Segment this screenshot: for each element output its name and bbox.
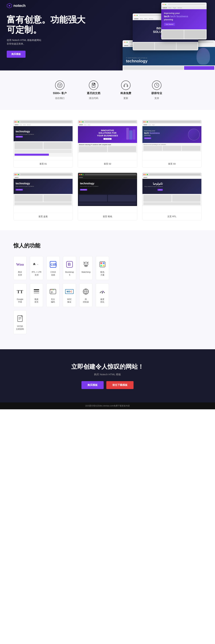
svg-text:↔: ↔ bbox=[37, 263, 39, 266]
smile-icon bbox=[55, 80, 65, 90]
w3c-icon: W3 C bbox=[65, 287, 74, 296]
feature-w3c[interactable]: W3 C W3C验证 bbox=[63, 283, 76, 307]
stat-customers: 5500+ 客户 信任我们 bbox=[53, 80, 67, 100]
browser3-line1: IT SOFTWARE SOLUTION & bbox=[126, 57, 147, 59]
mailchimp-icon bbox=[81, 260, 91, 269]
svg-text:3: 3 bbox=[54, 263, 55, 265]
headphones-icon bbox=[121, 80, 130, 90]
docs-icon bbox=[15, 314, 25, 323]
feature-w3c-label: W3C验证 bbox=[67, 298, 72, 304]
css3-icon: CSS 3 bbox=[48, 260, 58, 269]
browser1-tagline: Improving your tech tech business planni… bbox=[164, 12, 204, 21]
palette-icon bbox=[98, 260, 107, 269]
template-preview-6: notech تکنولوجیا Easy solutions for your… bbox=[142, 173, 201, 213]
svg-text:TT: TT bbox=[17, 289, 23, 294]
feature-google-font-label: Google字体 bbox=[17, 298, 23, 304]
feature-css3-label: CSS3动画 bbox=[51, 271, 56, 276]
feature-palette[interactable]: 配色方案 bbox=[96, 256, 109, 280]
brand-logo[interactable]: notech bbox=[7, 3, 26, 8]
stat-docs-number: 逐尽的文档 bbox=[87, 92, 100, 95]
template-preview-3: notech Home Pages Improving your tech bu… bbox=[142, 120, 201, 160]
stat-updates-number: 终身免费 bbox=[120, 92, 131, 95]
features-title: 惊人的功能 bbox=[14, 242, 201, 250]
template-card-6[interactable]: notech تکنولوجیا Easy solutions for your… bbox=[142, 172, 201, 220]
footer-bar: 访问爱问母社区bbs.xieniao.com免费下载更多内容 bbox=[0, 402, 215, 409]
features-row-3: 详尽的文档资料 bbox=[14, 310, 201, 334]
hero-section: notech 富有创意。功能强大可定制。 使用 Notech HTML 模板构建… bbox=[0, 0, 215, 70]
feature-cross-browser[interactable]: 跨浏览器 bbox=[79, 283, 92, 307]
svg-rect-28 bbox=[100, 265, 102, 266]
feature-google-font[interactable]: TT Google字体 bbox=[14, 283, 27, 307]
svg-point-4 bbox=[60, 84, 61, 85]
feature-mailchimp-label: Mailchimp bbox=[81, 271, 91, 274]
stat-support-label: 支持 bbox=[154, 97, 159, 100]
hero-buy-button[interactable]: 购买模板 bbox=[7, 51, 26, 58]
feature-css3[interactable]: CSS 3 CSS3动画 bbox=[47, 256, 60, 280]
feature-coded-label: 充分编码 bbox=[51, 298, 55, 304]
feature-docs-label: 详尽的文档资料 bbox=[16, 325, 24, 331]
speed-icon bbox=[98, 287, 107, 296]
cta-download-button[interactable]: 前任下载模板 bbox=[106, 381, 134, 389]
google-font-icon: TT bbox=[15, 287, 25, 296]
templates-grid: notech Home About Services technology Ea… bbox=[14, 120, 201, 220]
svg-rect-27 bbox=[103, 262, 104, 264]
footer-text: 访问爱问母社区bbs.xieniao.com免费下载更多内容 bbox=[85, 404, 130, 407]
svg-text:CSS: CSS bbox=[51, 263, 57, 266]
template-card-1[interactable]: notech Home About Services technology Ea… bbox=[14, 120, 73, 168]
template-label-6: 主页 RTL bbox=[142, 213, 201, 220]
hero-subtitle: 使用 Notech HTML 模板构建网站 非常快速且简单。 bbox=[7, 38, 57, 46]
svg-point-37 bbox=[52, 290, 52, 290]
svg-point-45 bbox=[102, 292, 103, 294]
woo-icon: Woo bbox=[15, 260, 25, 269]
feature-woo-label: 商店支持 bbox=[18, 271, 22, 276]
svg-point-38 bbox=[53, 290, 54, 290]
feature-rtl-label: RTL + LTR支持 bbox=[32, 271, 41, 276]
template-label-3: 首页 03 bbox=[142, 160, 201, 168]
browser-mockup-1: notech Home Pages Services Improving you… bbox=[161, 2, 206, 40]
feature-bootstrap[interactable]: B Bootstrap5 bbox=[63, 256, 76, 280]
cta-buttons: 购买模板 前任下载模板 bbox=[7, 381, 208, 389]
feature-palette-label: 配色方案 bbox=[100, 271, 104, 276]
template-card-2[interactable]: notech Home About INNOVATIVESOLUTIONS FO… bbox=[78, 120, 137, 168]
clock-icon bbox=[152, 80, 161, 90]
feature-bootstrap-label: Bootstrap5 bbox=[65, 271, 74, 276]
template-label-5: 首页 暗色 bbox=[78, 213, 137, 220]
stat-customers-number: 5500+ 客户 bbox=[53, 92, 67, 95]
svg-point-36 bbox=[51, 290, 51, 290]
svg-rect-26 bbox=[100, 262, 102, 264]
cross-browser-icon bbox=[81, 287, 91, 296]
feature-docs[interactable]: 详尽的文档资料 bbox=[14, 310, 27, 334]
features-section: 惊人的功能 Woo 商店支持 A ↔ A RTL + LTR支持 bbox=[0, 230, 215, 349]
cta-buy-button[interactable]: 购买模板 bbox=[81, 381, 104, 389]
feature-coded[interactable]: 充分编码 bbox=[46, 283, 60, 307]
templates-section: notech Home About Services technology Ea… bbox=[0, 110, 215, 230]
svg-rect-29 bbox=[103, 265, 104, 266]
stat-updates-label: 更新 bbox=[123, 97, 128, 100]
svg-point-22 bbox=[85, 263, 86, 264]
svg-text:B: B bbox=[68, 262, 71, 266]
stat-support-number: 获得专业 bbox=[151, 92, 162, 95]
template-label-1: 首页 01 bbox=[14, 160, 73, 168]
feature-mailchimp[interactable]: Mailchimp bbox=[79, 256, 93, 280]
feature-woo[interactable]: Woo 商店支持 bbox=[14, 256, 27, 280]
cta-section: 立即创建令人惊叹的网站！ 购买 Notech HTML 模板 购买模板 前任下载… bbox=[0, 349, 215, 402]
svg-text:A: A bbox=[33, 263, 35, 266]
template-card-5[interactable]: notech technology Easy solutions for you… bbox=[78, 172, 137, 220]
bootstrap-icon: B bbox=[65, 260, 74, 269]
template-card-4[interactable]: notech technology Easy solutions for you… bbox=[14, 172, 73, 220]
svg-point-2 bbox=[58, 83, 62, 88]
parallax-icon bbox=[32, 287, 41, 296]
docs-icon bbox=[89, 80, 98, 90]
feature-rtl[interactable]: A ↔ A RTL + LTR支持 bbox=[30, 256, 43, 280]
template-card-3[interactable]: notech Home Pages Improving your tech bu… bbox=[142, 120, 201, 168]
svg-rect-33 bbox=[34, 292, 39, 294]
stat-customers-label: 信任我们 bbox=[55, 97, 65, 100]
template-preview-2: notech Home About INNOVATIVESOLUTIONS FO… bbox=[78, 120, 137, 160]
svg-rect-32 bbox=[34, 291, 39, 292]
rtl-icon: A ↔ A bbox=[32, 260, 41, 269]
feature-speed[interactable]: 速度优化 bbox=[96, 283, 109, 307]
feature-cross-browser-label: 跨浏览器 bbox=[83, 298, 89, 304]
feature-parallax[interactable]: 视差首页 bbox=[30, 283, 43, 307]
svg-point-23 bbox=[87, 263, 87, 264]
stat-updates: 终身免费 更新 bbox=[120, 80, 131, 100]
